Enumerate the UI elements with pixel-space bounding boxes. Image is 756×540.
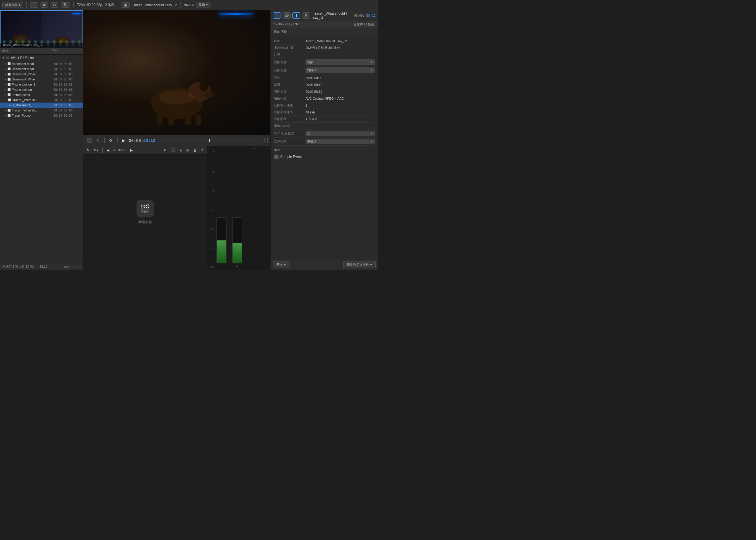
chevron-down-icon-6: ▾ (370, 263, 372, 267)
basic-btn[interactable]: 基本 ▾ (273, 261, 289, 268)
add-event-btn[interactable]: + (274, 155, 279, 159)
separator-4 (180, 2, 181, 8)
meta-audio: 立体声 | 48kHz (354, 22, 375, 27)
play-btn[interactable]: ▶ (121, 138, 126, 143)
group-expand-icon: ▼ (2, 57, 5, 59)
list-item[interactable]: ▶ ⬜ Tracer _What sh... 00:00:00:00 (0, 108, 83, 113)
meter-bar-r (232, 217, 242, 263)
inspector-video-btn[interactable]: ⬛ (273, 12, 281, 19)
inspector-audio-btn[interactable]: 🔊 (283, 12, 290, 19)
info-row-video-role: 视频角色 视频 ▼ (274, 58, 375, 67)
date-group-header[interactable]: ▼ 2019年11月6日 (10) (0, 55, 83, 61)
events-section-header: 事件 (274, 146, 375, 153)
label-modified: 上次修改时间 (274, 46, 305, 50)
timeline-toolbar: ↖ ↖▾ ◀ ▾ 00:00 ▶ 🎚 🎧 ⊞ ⊟ 🖨 ↗ (84, 146, 207, 155)
file-name: Phone pick up (12, 88, 52, 91)
select-projection[interactable]: 无 ▼ (305, 131, 375, 136)
timeline-export[interactable]: ↗ (200, 148, 205, 153)
file-time: 00:00:00:00 (54, 104, 81, 107)
scroll-indicator[interactable] (64, 266, 81, 268)
timeline-layout-2[interactable]: ⊟ (185, 148, 190, 153)
info-row-codec: 编解码器 AVC Coding, MPEG-4 AAC (274, 95, 375, 102)
chevron-down-icon: ▼ (370, 61, 373, 64)
svg-rect-5 (168, 116, 174, 125)
timeline-print[interactable]: 🖨 (192, 148, 198, 153)
timeline-audio-2[interactable]: 🎧 (170, 148, 176, 153)
clip-icon: ⬜ (7, 73, 11, 75)
meter-label-l-top: -∞ (252, 147, 255, 150)
display-btn[interactable]: 显示 ▾ (196, 2, 210, 8)
inspector-info-btn[interactable]: ℹ (292, 12, 300, 19)
file-time: 00:00:00:00 (54, 68, 81, 71)
svg-point-8 (159, 90, 194, 104)
clip-icon: ⬜ (7, 93, 11, 96)
status-text: 已选定 1 项（共 10 项），58:12 (2, 265, 48, 269)
info-row-stereo-mode: 立体模式 单视场 ▼ (274, 138, 375, 146)
file-time: 00:00:00:00 (54, 114, 81, 117)
value-sample-rate: 48 kHz (305, 111, 375, 114)
clip-icon: ⬜ (7, 109, 11, 112)
list-item[interactable]: ▶ ⬜ Basement_Wide 00:00:00:00 (0, 77, 83, 82)
info-row-duration: 时间长度 00:00:58:12 (274, 88, 375, 95)
chevron-down-icon-4: ▼ (370, 140, 373, 143)
timeline-right-nav[interactable]: ▶ (129, 148, 134, 153)
transport-sep2 (117, 138, 117, 143)
info-panel: 名称 Tracer _What should I say_ 2 上次修改时间 2… (271, 35, 378, 259)
list-item-selected[interactable]: ≋ 1_Basement_... 00:00:00:00 (0, 102, 83, 108)
status-bar: 已选定 1 项（共 10 项），58:12 (0, 263, 83, 270)
list-item[interactable]: ▼ ⬜ Tracer _What sh... 00:00:00:00 (0, 97, 83, 102)
timeline-layout-1[interactable]: ⊞ (178, 148, 183, 153)
select-video-role[interactable]: 视频 ▼ (305, 60, 375, 65)
fullscreen-btn[interactable]: ⛶ (264, 138, 268, 143)
list-item[interactable]: ▶ ⬜ Picture scroll 00:00:00:00 (0, 92, 83, 97)
list-item[interactable]: ▶ ⬜ Phone pick up 00:00:00:00 (0, 87, 83, 92)
inspector-toolbar: ⬛ 🔊 ℹ ⚙ Tracer _What should I say_ 2 00:… (271, 10, 378, 21)
list-item[interactable]: ▶ ⬜ Phone pick up_2 00:00:00:00 (0, 82, 83, 87)
audio-icon: ≋ (9, 104, 11, 106)
filmstrip-btn[interactable]: ⊟ (51, 2, 58, 8)
timeline-left-nav[interactable]: ◀ (105, 148, 110, 153)
meter-l: L (217, 217, 227, 268)
list-item[interactable]: ▶ ⬜ Basement Medi... 00:00:00:00 (0, 67, 83, 71)
file-name: Phone pick up_2 (12, 83, 52, 86)
label-audio-channels: 音频输出通道 (274, 103, 305, 107)
rec-info-bar: Rec. 709 (271, 29, 378, 35)
label-camera-name: 摄像机名称 (274, 124, 305, 128)
video-preview (84, 10, 270, 135)
select-audio-role[interactable]: 对白-1 ▼ (305, 68, 375, 73)
monitor-btn[interactable]: ▣ (121, 2, 130, 8)
file-list-header: 名称 开始 (0, 48, 83, 55)
format-label: 720p HD 23.98p, 立体声 (77, 3, 114, 7)
timeline-tool-1[interactable]: ↖ (86, 148, 91, 153)
select-stereo-mode[interactable]: 单视场 ▼ (305, 139, 375, 144)
file-name: Basement_Wide (12, 77, 52, 81)
meter-fill-r (233, 243, 242, 263)
timeline-tool-2[interactable]: ↖▾ (93, 148, 99, 153)
list-item[interactable]: ▶ ⬜ Basement Medi... 00:00:00:00 (0, 61, 83, 67)
grid-view-btn[interactable]: ⊞ (41, 2, 48, 8)
value-modified: 2024年1月30日 20:25:44 (305, 46, 375, 50)
center-section: ⬛ ↖ ⟳ ▶ 00:00:33:19 ⛶ ↖ ↖▾ ◀ (84, 10, 270, 270)
chevron-down-icon-5: ▾ (284, 263, 286, 267)
label-codec: 编解码器 (274, 96, 305, 100)
clip-icon: ⬜ (7, 88, 11, 91)
timeline-time-selector[interactable]: ▾ (112, 148, 116, 153)
tool-select-btn[interactable]: ↖ (95, 138, 101, 143)
list-item[interactable]: ▶ ⬜ Tracer Popcorn 00:00:00:00 (0, 113, 83, 118)
file-time: 00:00:00:00 (54, 83, 81, 86)
apply-custom-name-btn[interactable]: 应用自定义名称 ▾ (343, 261, 376, 268)
timeline-audio-1[interactable]: 🎚 (162, 148, 168, 153)
clip-preview-name: Tracer _What should I say_ 2 (0, 43, 83, 48)
blade-btn[interactable]: ⟳ (108, 138, 114, 143)
library-dropdown[interactable]: 所有片段 ▾ (2, 2, 23, 8)
inspector-settings-btn[interactable]: ⚙ (302, 12, 310, 19)
value-end: 00:00:58:12 (305, 83, 375, 86)
inspector-header: ⬛ 🔊 ℹ ⚙ Tracer _What should I say_ 2 00:… (271, 10, 378, 35)
new-project-area[interactable]: 🎬 新建项目 (84, 155, 207, 270)
file-name: Picture scroll (12, 93, 52, 96)
list-item[interactable]: ▶ ⬜ Basement_Close 00:00:00:00 (0, 71, 83, 77)
list-view-btn[interactable]: ☰ (30, 2, 38, 8)
search-btn[interactable]: 🔍 (61, 2, 70, 8)
clip-select-btn[interactable]: ⬛ (86, 138, 93, 143)
timeline-scrubber[interactable] (160, 140, 259, 141)
